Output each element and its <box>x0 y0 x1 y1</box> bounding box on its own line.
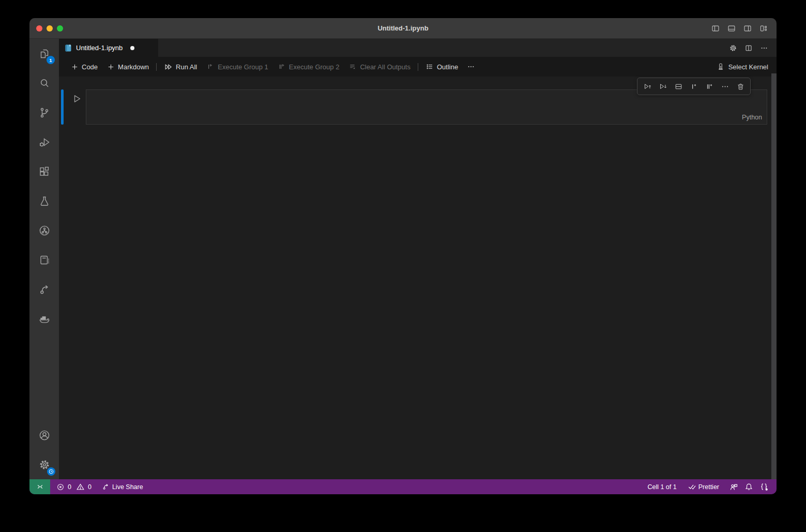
split-cell-icon[interactable] <box>671 79 686 94</box>
toggle-primary-sidebar-icon[interactable] <box>710 23 721 34</box>
outline-label: Outline <box>437 63 458 71</box>
feedback-icon <box>729 483 738 491</box>
clock-icon <box>48 468 54 475</box>
manage-button[interactable] <box>29 450 59 479</box>
cell-toolbar <box>637 78 751 95</box>
list-outline-icon <box>425 63 434 71</box>
more-actions-icon[interactable] <box>760 44 768 52</box>
activity-bar: 1 <box>29 39 59 479</box>
sidebar-item-jupyter-kernels[interactable] <box>29 216 59 245</box>
execute-group-2-label: Execute Group 2 <box>289 63 340 71</box>
toolbar-separator <box>156 63 157 71</box>
notebook-toolbar: Code Markdown Run All Exec <box>59 57 777 77</box>
extensions-icon <box>38 165 51 178</box>
add-markdown-cell-button[interactable]: Markdown <box>102 61 154 73</box>
zoom-window-button[interactable] <box>57 25 63 32</box>
insert-cell-left-icon[interactable] <box>686 79 702 94</box>
select-kernel-label: Select Kernel <box>728 63 768 71</box>
prettier-status[interactable]: Prettier <box>685 479 723 494</box>
activity-bar-bottom <box>29 420 59 479</box>
feedback-button[interactable] <box>726 479 741 494</box>
title-bar: Untitled-1.ipynb <box>29 18 777 39</box>
sidebar-item-extensions[interactable] <box>29 157 59 186</box>
tab-strip: Untitled-1.ipynb <box>59 39 777 57</box>
sidebar-item-source-control[interactable] <box>29 98 59 127</box>
window-title: Untitled-1.ipynb <box>29 24 777 32</box>
run-cell-button[interactable] <box>71 94 82 104</box>
live-share-icon <box>102 483 110 491</box>
sidebar-item-notebooks[interactable] <box>29 245 59 275</box>
remote-indicator-icon <box>36 483 44 491</box>
cell-language-picker[interactable]: Python <box>742 114 762 121</box>
sidebar-item-testing[interactable] <box>29 186 59 216</box>
accounts-button[interactable] <box>29 420 59 450</box>
live-share-label: Live Share <box>112 483 143 491</box>
sidebar-item-run-debug[interactable] <box>29 127 59 157</box>
traffic-lights <box>36 25 63 32</box>
warnings-icon <box>77 483 84 491</box>
play-icon <box>71 94 82 104</box>
execute-group-1-button[interactable]: Execute Group 1 <box>202 60 273 73</box>
toggle-panel-icon[interactable] <box>726 23 737 34</box>
remote-indicator-button[interactable] <box>29 479 50 494</box>
sidebar-item-search[interactable] <box>29 68 59 98</box>
notebook-file-icon <box>64 44 72 52</box>
notifications-button[interactable] <box>741 479 756 494</box>
select-kernel-button[interactable]: Select Kernel <box>717 63 777 71</box>
add-code-cell-button[interactable]: Code <box>66 61 102 73</box>
debug-icon <box>38 136 51 148</box>
execute-group-2-icon <box>278 63 286 71</box>
toolbar-more-actions-icon[interactable] <box>463 60 479 73</box>
minimize-window-button[interactable] <box>47 25 53 32</box>
error-count: 0 <box>68 483 71 491</box>
live-share-status[interactable]: Live Share <box>98 479 147 494</box>
run-all-label: Run All <box>176 63 197 71</box>
account-icon <box>38 429 51 442</box>
kernel-icon <box>717 63 725 71</box>
problems-status[interactable]: 0 0 <box>53 479 95 494</box>
close-window-button[interactable] <box>36 25 42 32</box>
notebook-settings-gear-icon[interactable] <box>729 44 737 52</box>
run-all-icon <box>164 63 173 71</box>
dirty-indicator[interactable] <box>130 46 134 50</box>
search-icon <box>38 77 51 89</box>
manage-clock-badge <box>47 467 55 476</box>
sidebar-item-docker[interactable] <box>29 304 59 333</box>
tab-untitled-notebook[interactable]: Untitled-1.ipynb <box>59 39 158 57</box>
beaker-icon <box>38 195 51 207</box>
split-editor-icon[interactable] <box>744 44 753 52</box>
toggle-secondary-sidebar-icon[interactable] <box>742 23 753 34</box>
prettier-label: Prettier <box>698 483 719 491</box>
clear-outputs-label: Clear All Outputs <box>360 63 410 71</box>
cell-focus-indicator[interactable] <box>61 89 64 125</box>
clear-all-outputs-button[interactable]: Clear All Outputs <box>344 60 415 73</box>
sidebar-item-live-share[interactable] <box>29 275 59 304</box>
execute-group-1-icon <box>206 63 215 71</box>
delete-cell-icon[interactable] <box>733 79 748 94</box>
cell-more-actions-icon[interactable] <box>717 79 733 94</box>
notebook-icon <box>38 254 51 266</box>
add-code-label: Code <box>82 63 98 71</box>
run-cells-above-icon[interactable] <box>640 79 655 94</box>
tab-title: Untitled-1.ipynb <box>76 44 123 52</box>
circle-fork-icon <box>38 224 51 237</box>
bell-icon <box>745 483 753 491</box>
language-status-button[interactable] <box>756 479 772 494</box>
notebook-body: Python <box>59 77 777 479</box>
vscode-window: Untitled-1.ipynb 1 <box>29 18 777 494</box>
braces-notification-icon <box>760 482 769 491</box>
toolbar-separator <box>418 63 418 71</box>
run-cell-and-below-icon[interactable] <box>655 79 671 94</box>
sidebar-item-explorer[interactable]: 1 <box>29 39 59 68</box>
layout-controls <box>710 23 769 34</box>
editor-area: Untitled-1.ipynb <box>59 39 777 479</box>
run-all-button[interactable]: Run All <box>159 60 202 73</box>
execute-group-2-button[interactable]: Execute Group 2 <box>273 60 344 73</box>
notebook-scrollbar[interactable] <box>771 73 777 479</box>
customize-layout-icon[interactable] <box>758 23 769 34</box>
docker-whale-icon <box>38 313 51 325</box>
cell-position-status[interactable]: Cell 1 of 1 <box>644 479 680 494</box>
explorer-badge: 1 <box>47 56 55 64</box>
outline-button[interactable]: Outline <box>421 60 463 73</box>
insert-cell-right-icon[interactable] <box>702 79 717 94</box>
